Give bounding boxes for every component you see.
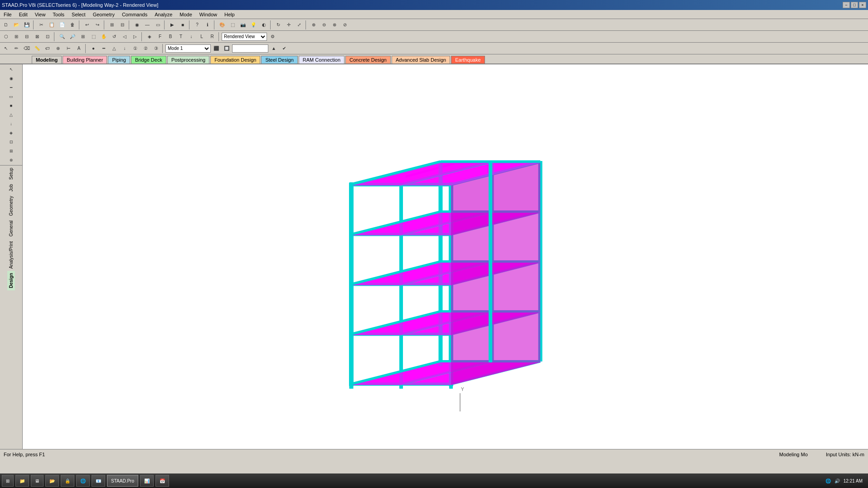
menu-commands[interactable]: Commands: [120, 11, 149, 18]
taskbar-app-active[interactable]: STAAD.Pro: [107, 475, 138, 487]
menu-tools[interactable]: Tools: [51, 11, 66, 18]
tb2-pan[interactable]: ✋: [99, 32, 109, 42]
tb3-mode3[interactable]: ③: [151, 44, 161, 54]
tb2-next[interactable]: ▷: [130, 32, 140, 42]
view-preset-select[interactable]: Rendered View Wireframe: [222, 33, 267, 41]
tb2-front[interactable]: F: [155, 32, 165, 42]
tb-info[interactable]: ℹ: [203, 20, 213, 30]
tb-undo[interactable]: ↩: [82, 20, 92, 30]
icon-section[interactable]: ⊡: [7, 138, 15, 146]
tb2-zoom-win[interactable]: ⬚: [88, 32, 98, 42]
menu-window[interactable]: Window: [198, 11, 219, 18]
taskbar-app-8[interactable]: 📅: [155, 475, 169, 487]
vert-tab-design[interactable]: Design: [7, 271, 15, 290]
mode-select[interactable]: Mode 1: [165, 44, 211, 53]
tb-stop[interactable]: ■: [178, 20, 188, 30]
vert-tab-setup[interactable]: Setup: [7, 166, 15, 182]
tb3-load[interactable]: ↓: [120, 44, 130, 54]
tb3-draw[interactable]: ✏: [11, 44, 21, 54]
tb-open[interactable]: 📂: [11, 20, 21, 30]
tb2-zoom-out[interactable]: 🔎: [68, 32, 78, 42]
tab-building-planner[interactable]: Building Planner: [63, 56, 107, 63]
tb-cut[interactable]: ✂: [36, 20, 46, 30]
taskbar-app-6[interactable]: 📧: [92, 475, 105, 487]
start-button[interactable]: ⊞: [2, 475, 14, 487]
tb2-right[interactable]: R: [207, 32, 217, 42]
tab-modeling[interactable]: Modeling: [32, 56, 62, 63]
tb-extra1[interactable]: ⊕: [309, 20, 319, 30]
menu-view[interactable]: View: [33, 11, 48, 18]
tb-extra3[interactable]: ⊗: [330, 20, 339, 30]
tb2-view2[interactable]: ⊟: [22, 32, 32, 42]
tb3-text[interactable]: A: [74, 44, 84, 54]
tb-new[interactable]: 🗋: [1, 20, 11, 30]
icon-solid[interactable]: ■: [7, 102, 15, 110]
tb2-view1[interactable]: ⊞: [11, 32, 21, 42]
tb-beam[interactable]: —: [142, 20, 152, 30]
tb2-bottom[interactable]: ↓: [186, 32, 196, 42]
tb3-support[interactable]: △: [109, 44, 119, 54]
tb-grid[interactable]: ⊟: [117, 20, 127, 30]
tb3-node-disp[interactable]: ●: [88, 44, 98, 54]
tb-run[interactable]: ▶: [167, 20, 177, 30]
taskbar-app-4[interactable]: 🔒: [61, 475, 74, 487]
tb2-orbit[interactable]: ↺: [109, 32, 119, 42]
menu-file[interactable]: File: [2, 11, 14, 18]
tb3-apply[interactable]: ✔: [279, 44, 289, 54]
coordinate-input[interactable]: [232, 44, 268, 53]
tab-advanced-slab-design[interactable]: Advanced Slab Design: [392, 56, 450, 63]
tab-earthquake[interactable]: Earthquake: [451, 56, 485, 63]
tb-render[interactable]: 🎨: [217, 20, 227, 30]
tb-delete[interactable]: 🗑: [68, 20, 78, 30]
tb3-beam-disp[interactable]: ━: [99, 44, 109, 54]
tb-extra4[interactable]: ⊘: [340, 20, 350, 30]
tb-camera[interactable]: 📷: [238, 20, 248, 30]
tb-help[interactable]: ?: [192, 20, 202, 30]
tb2-fit[interactable]: ⊞: [78, 32, 88, 42]
tab-piping[interactable]: Piping: [108, 56, 130, 63]
tb2-top[interactable]: T: [176, 32, 186, 42]
icon-plate[interactable]: ▭: [7, 93, 15, 101]
tb3-attr[interactable]: ⊕: [53, 44, 63, 54]
taskbar-app-3[interactable]: 📂: [45, 475, 59, 487]
close-button[interactable]: ×: [859, 2, 866, 8]
tab-bridge-deck[interactable]: Bridge Deck: [131, 56, 166, 63]
icon-node[interactable]: ◉: [7, 74, 15, 83]
tab-concrete-design[interactable]: Concrete Design: [345, 56, 391, 63]
menu-geometry[interactable]: Geometry: [91, 11, 116, 18]
icon-support[interactable]: △: [7, 111, 15, 119]
vert-tab-job[interactable]: Job: [7, 182, 15, 194]
tb-redo[interactable]: ↪: [92, 20, 102, 30]
taskbar-app-7[interactable]: 📊: [140, 475, 154, 487]
tb-node[interactable]: ◉: [132, 20, 142, 30]
vert-tab-analysis[interactable]: Analysis/Print: [7, 239, 15, 271]
tb-paste[interactable]: 📄: [57, 20, 67, 30]
tb2-settings[interactable]: ⚙: [267, 32, 277, 42]
taskbar-app-2[interactable]: 🖥: [31, 475, 44, 487]
vert-tab-general[interactable]: General: [7, 218, 15, 239]
tb3-cursor[interactable]: ↖: [1, 44, 11, 54]
tb3-erase[interactable]: ⌫: [22, 44, 32, 54]
tb2-zoom-in[interactable]: 🔍: [57, 32, 67, 42]
tb-scale[interactable]: ⤢: [294, 20, 304, 30]
tb2-back[interactable]: B: [165, 32, 175, 42]
menu-edit[interactable]: Edit: [17, 11, 29, 18]
tb3-tag[interactable]: 🏷: [43, 44, 53, 54]
tb-snap[interactable]: ⊞: [107, 20, 117, 30]
tb3-measure[interactable]: 📏: [32, 44, 42, 54]
tb3-mode2[interactable]: ②: [141, 44, 150, 54]
tb2-view3[interactable]: ⊠: [32, 32, 42, 42]
tb3-view-icon2[interactable]: 🔲: [222, 44, 232, 54]
tb3-coord-up[interactable]: ▲: [269, 44, 279, 54]
icon-mass[interactable]: ⊞: [7, 147, 15, 155]
viewport[interactable]: X Z Y: [23, 64, 868, 454]
icon-beam[interactable]: ━: [7, 83, 15, 92]
menu-analyze[interactable]: Analyze: [153, 11, 174, 18]
menu-help[interactable]: Help: [223, 11, 237, 18]
maximize-button[interactable]: □: [851, 2, 858, 8]
tb-rotate[interactable]: ↻: [273, 20, 283, 30]
tb2-prev[interactable]: ◁: [120, 32, 130, 42]
tb-wireframe[interactable]: ⬚: [228, 20, 238, 30]
tb3-view-icon1[interactable]: ⬛: [211, 44, 221, 54]
taskbar-app-5[interactable]: 🌐: [76, 475, 90, 487]
